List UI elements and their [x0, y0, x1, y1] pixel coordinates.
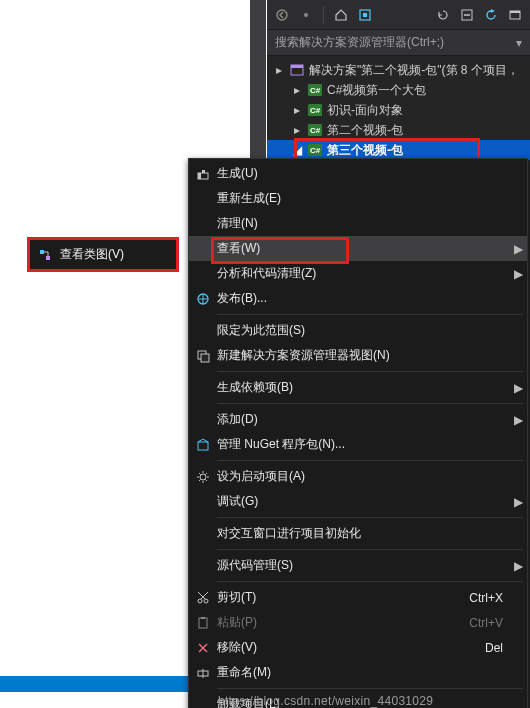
menu-item-label: 新建解决方案资源管理器视图(N)	[217, 347, 445, 364]
menu-item-label: 粘贴(P)	[217, 614, 445, 631]
menu-separator	[217, 403, 523, 404]
home-icon[interactable]	[332, 6, 350, 24]
svg-rect-11	[202, 170, 205, 173]
solution-explorer-toolbar	[267, 0, 530, 30]
expand-arrow-icon[interactable]: ▸	[273, 63, 285, 77]
tree-row-selected[interactable]: ◢ C# 第三个视频-包	[267, 140, 530, 160]
tree-row[interactable]: ▸ C# 初识-面向对象	[267, 100, 530, 120]
menu-item[interactable]: 查看(W)▶	[189, 236, 527, 261]
menu-item-label: 分析和代码清理(Z)	[217, 265, 445, 282]
menu-item-label: 剪切(T)	[217, 589, 445, 606]
menu-item[interactable]: 源代码管理(S)▶	[189, 553, 527, 578]
submenu-arrow-icon: ▶	[509, 242, 527, 256]
expand-arrow-icon[interactable]: ◢	[291, 143, 303, 157]
menu-item[interactable]: 重新生成(E)	[189, 186, 527, 211]
sync-icon[interactable]	[356, 6, 374, 24]
remove-icon	[189, 641, 217, 655]
collapse-all-icon[interactable]	[458, 6, 476, 24]
csharp-project-icon: C#	[307, 82, 323, 98]
menu-item[interactable]: 移除(V)Del	[189, 635, 527, 660]
svg-rect-6	[510, 11, 520, 13]
chevron-down-icon[interactable]: ▾	[516, 36, 522, 50]
menu-item[interactable]: 对交互窗口进行项目初始化	[189, 521, 527, 546]
svg-rect-23	[46, 256, 50, 260]
menu-item[interactable]: 添加(D)▶	[189, 407, 527, 432]
menu-item-label: 重命名(M)	[217, 664, 445, 681]
tree-item-label: 第二个视频-包	[327, 122, 403, 139]
expand-arrow-icon[interactable]: ▸	[291, 83, 303, 97]
csharp-project-icon: C#	[307, 122, 323, 138]
submenu-arrow-icon: ▶	[509, 559, 527, 573]
menu-item[interactable]: 生成依赖项(B)▶	[189, 375, 527, 400]
menu-item-label: 查看(W)	[217, 240, 445, 257]
expand-arrow-icon[interactable]: ▸	[291, 103, 303, 117]
svg-rect-10	[198, 173, 201, 179]
menu-item[interactable]: 清理(N)	[189, 211, 527, 236]
menu-item-label: 生成依赖项(B)	[217, 379, 445, 396]
forward-icon[interactable]	[297, 6, 315, 24]
menu-item-label: 设为启动项目(A)	[217, 468, 445, 485]
class-view-icon	[38, 248, 52, 262]
show-all-icon[interactable]	[506, 6, 524, 24]
publish-icon	[189, 292, 217, 306]
menu-item[interactable]: 重命名(M)	[189, 660, 527, 685]
menu-item[interactable]: 设为启动项目(A)	[189, 464, 527, 489]
paste-icon	[189, 616, 217, 630]
svg-point-1	[304, 13, 308, 17]
solution-root[interactable]: ▸ 解决方案"第二个视频-包"(第 8 个项目，	[267, 60, 530, 80]
menu-item-label: 发布(B)...	[217, 290, 445, 307]
svg-rect-15	[198, 442, 208, 450]
menu-item[interactable]: 调试(G)▶	[189, 489, 527, 514]
menu-item: 粘贴(P)Ctrl+V	[189, 610, 527, 635]
back-icon[interactable]	[273, 6, 291, 24]
menu-item[interactable]: 发布(B)...	[189, 286, 527, 311]
svg-rect-8	[291, 65, 303, 68]
menu-item-shortcut: Del	[445, 641, 509, 655]
menu-item[interactable]: 新建解决方案资源管理器视图(N)	[189, 343, 527, 368]
svg-point-17	[198, 599, 202, 603]
menu-item[interactable]: 限定为此范围(S)	[189, 318, 527, 343]
menu-item-label: 生成(U)	[217, 165, 445, 182]
menu-item-shortcut: Ctrl+V	[445, 616, 509, 630]
menu-separator	[217, 460, 523, 461]
expand-arrow-icon[interactable]: ▸	[291, 123, 303, 137]
tree-item-label: 第三个视频-包	[327, 142, 403, 159]
nuget-icon	[189, 438, 217, 452]
tree-item-label: C#视频第一个大包	[327, 82, 426, 99]
solution-icon	[289, 62, 305, 78]
cut-icon	[189, 591, 217, 605]
menu-item[interactable]: 管理 NuGet 程序包(N)...	[189, 432, 527, 457]
solution-search[interactable]: 搜索解决方案资源管理器(Ctrl+;) ▾	[267, 30, 530, 56]
menu-item-label: 源代码管理(S)	[217, 557, 445, 574]
refresh-icon[interactable]	[482, 6, 500, 24]
menu-item-label: 添加(D)	[217, 411, 445, 428]
submenu-arrow-icon: ▶	[509, 381, 527, 395]
watermark-text: https://blog.csdn.net/weixin_44031029	[218, 694, 433, 708]
menu-separator	[217, 517, 523, 518]
menu-separator	[217, 688, 523, 689]
svg-rect-20	[201, 617, 205, 619]
svg-rect-19	[199, 618, 207, 628]
menu-item[interactable]: 剪切(T)Ctrl+X	[189, 585, 527, 610]
tree-row[interactable]: ▸ C# C#视频第一个大包	[267, 80, 530, 100]
menu-item-label: 清理(N)	[217, 215, 445, 232]
csharp-project-icon: C#	[307, 102, 323, 118]
menu-item-label: 对交互窗口进行项目初始化	[217, 525, 445, 542]
tree-row[interactable]: ▸ C# 第二个视频-包	[267, 120, 530, 140]
menu-item-label: 管理 NuGet 程序包(N)...	[217, 436, 445, 453]
newview-icon	[189, 349, 217, 363]
svg-rect-22	[40, 250, 44, 254]
submenu-arrow-icon: ▶	[509, 267, 527, 281]
menu-item[interactable]: 生成(U)	[189, 161, 527, 186]
menu-item-shortcut: Ctrl+X	[445, 591, 509, 605]
build-icon	[189, 167, 217, 181]
search-placeholder: 搜索解决方案资源管理器(Ctrl+;)	[275, 34, 516, 51]
rename-icon	[189, 666, 217, 680]
history-icon[interactable]	[434, 6, 452, 24]
menu-item[interactable]: 分析和代码清理(Z)▶	[189, 261, 527, 286]
solution-tree: ▸ 解决方案"第二个视频-包"(第 8 个项目， ▸ C# C#视频第一个大包 …	[267, 56, 530, 164]
class-view-label: 查看类图(V)	[60, 246, 124, 263]
class-view-popup[interactable]: 查看类图(V)	[27, 237, 179, 272]
menu-separator	[217, 549, 523, 550]
solution-root-label: 解决方案"第二个视频-包"(第 8 个项目，	[309, 62, 519, 79]
